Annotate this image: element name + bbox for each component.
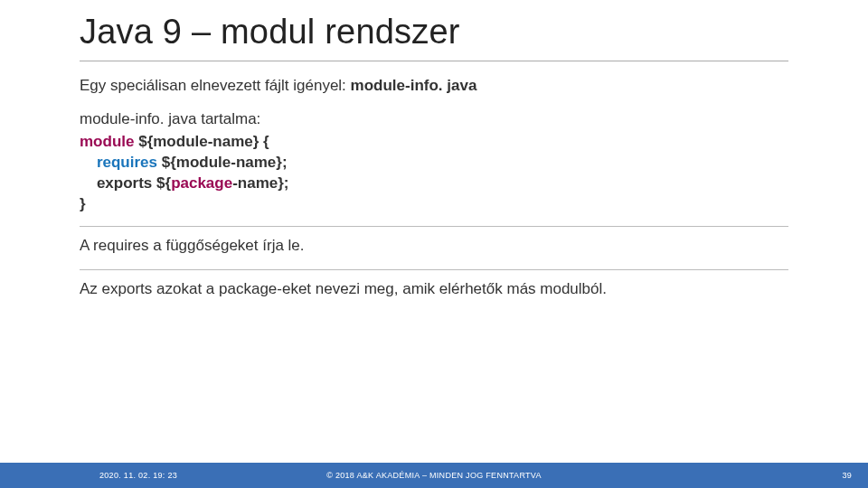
code-l3-mid: ${ [152, 174, 171, 192]
slide-content: Java 9 – modul rendszer Egy speciálisan … [0, 0, 868, 300]
code-l3-indent [80, 174, 97, 192]
code-l2-indent [80, 154, 97, 171]
code-line-2: requires ${module-name}; [80, 153, 788, 174]
code-l1-rest: ${module-name} { [134, 133, 269, 150]
code-block: module ${module-name} { requires ${modul… [80, 132, 788, 215]
intro-paragraph: Egy speciálisan elnevezett fájlt igényel… [80, 76, 788, 97]
slide: Java 9 – modul rendszer Egy speciálisan … [0, 0, 868, 488]
slide-footer: 2020. 11. 02. 19: 23 © 2018 A&K AKADÉMIA… [0, 463, 868, 488]
code-line-4: } [80, 194, 788, 215]
intro-text: Egy speciálisan elnevezett fájlt igényel… [80, 77, 351, 94]
keyword-package: package [171, 174, 232, 192]
code-section: module-info. java tartalma: module ${mod… [80, 109, 788, 215]
slide-body: Egy speciálisan elnevezett fájlt igényel… [80, 76, 788, 300]
footer-page-number: 39 [842, 471, 852, 480]
title-underline [80, 61, 788, 61]
footer-copyright: © 2018 A&K AKADÉMIA – MINDEN JOG FENNTAR… [326, 471, 542, 480]
keyword-module: module [80, 133, 134, 150]
footer-timestamp: 2020. 11. 02. 19: 23 [99, 471, 177, 480]
intro-filename: module-info. java [351, 77, 477, 94]
code-l2-rest: ${module-name}; [157, 154, 288, 171]
code-line-3: exports ${package-name}; [80, 174, 788, 194]
separator-1 [80, 226, 788, 227]
code-l3-rest: -name}; [232, 174, 288, 192]
code-line-1: module ${module-name} { [80, 132, 788, 153]
keyword-requires: requires [97, 154, 157, 171]
separator-2 [80, 269, 788, 270]
slide-title: Java 9 – modul rendszer [80, 13, 788, 52]
keyword-exports: exports [97, 174, 152, 192]
exports-paragraph: Az exports azokat a package-eket nevezi … [80, 279, 788, 300]
requires-paragraph: A requires a függőségeket írja le. [80, 236, 788, 257]
contents-label: module-info. java tartalma: [80, 109, 788, 130]
